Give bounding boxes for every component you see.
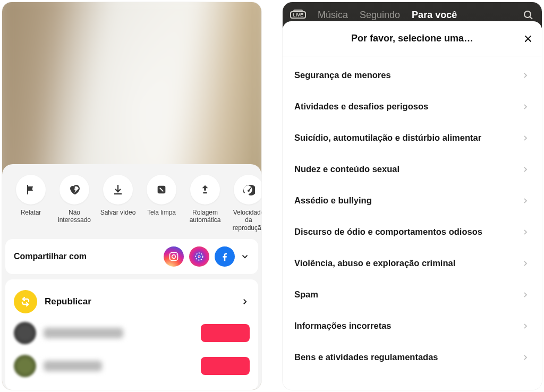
report-reason-item[interactable]: Nudez e conteúdo sexual — [283, 154, 542, 185]
report-reason-label: Violência, abuso e exploração criminal — [294, 258, 455, 268]
avatar — [14, 322, 36, 344]
nav-tab-music[interactable]: Música — [318, 10, 348, 21]
report-reason-item[interactable]: Violência, abuso e exploração criminal — [283, 248, 542, 279]
chevron-right-icon — [521, 290, 530, 300]
svg-point-4 — [172, 255, 176, 259]
report-reason-label: Assédio e bullying — [294, 195, 372, 206]
repost-row[interactable]: Republicar — [14, 287, 250, 317]
svg-rect-1 — [203, 192, 207, 193]
contact-name-redacted — [44, 328, 123, 338]
action-report[interactable]: Relatar — [12, 175, 50, 232]
report-reason-screen: LIVE Música Seguindo Para você Por favor… — [283, 2, 542, 390]
share-with-label: Compartilhar com — [14, 252, 158, 261]
action-label: Salvar vídeo — [100, 209, 136, 224]
share-instagram-story[interactable] — [189, 246, 209, 267]
download-icon — [112, 183, 124, 196]
action-not-interested[interactable]: Não interessado — [55, 175, 94, 232]
action-label: Não interessado — [58, 209, 91, 224]
contact-name-redacted — [44, 361, 102, 371]
flag-icon — [24, 183, 37, 196]
action-clear-display[interactable]: Tela limpa — [142, 175, 181, 232]
report-reason-label: Suicídio, automutilação e distúrbio alim… — [294, 133, 481, 143]
action-playback-speed[interactable]: Velocidade da reprodução — [230, 175, 261, 232]
report-reason-item[interactable]: Spam — [283, 279, 542, 310]
close-icon[interactable] — [523, 33, 533, 44]
svg-point-8 — [524, 11, 531, 18]
report-reason-label: Bens e atividades regulamentadas — [294, 352, 438, 362]
send-button[interactable] — [201, 324, 250, 342]
chevron-right-icon — [521, 259, 530, 268]
chevron-down-icon[interactable] — [240, 252, 250, 261]
contact-row[interactable] — [14, 317, 250, 350]
repost-label: Republicar — [45, 296, 233, 307]
chevron-right-icon — [521, 102, 530, 112]
chevron-right-icon — [521, 321, 530, 331]
svg-point-5 — [176, 254, 177, 255]
svg-rect-3 — [170, 253, 178, 261]
report-reason-item[interactable]: Informações incorretas — [283, 310, 542, 342]
share-with-card: Compartilhar com — [5, 239, 258, 274]
upload-pin-icon — [199, 184, 211, 195]
clear-screen-icon — [156, 184, 167, 195]
report-reason-item[interactable]: Assédio e bullying — [283, 185, 542, 216]
chevron-right-icon — [240, 297, 250, 306]
speed-icon — [242, 183, 255, 196]
report-reason-label: Spam — [294, 289, 318, 300]
chevron-right-icon — [521, 133, 530, 143]
chevron-right-icon — [521, 196, 530, 206]
action-save-video[interactable]: Salvar vídeo — [99, 175, 137, 232]
bottom-sheet: Relatar Não interessado Salvar vídeo Tel… — [2, 164, 261, 390]
report-reason-item[interactable]: Discurso de ódio e comportamentos odioso… — [283, 216, 542, 248]
action-auto-scroll[interactable]: Rolagem automática — [186, 175, 224, 232]
nav-tab-for-you[interactable]: Para você — [412, 10, 457, 21]
chevron-right-icon — [521, 353, 530, 362]
modal-header: Por favor, selecione uma… — [283, 21, 542, 56]
broken-heart-icon — [68, 183, 81, 196]
action-label: Relatar — [21, 209, 41, 224]
chevron-right-icon — [521, 71, 530, 80]
chevron-right-icon — [521, 165, 530, 174]
action-label: Velocidade da reprodução — [230, 209, 261, 232]
avatar — [14, 355, 36, 377]
report-reason-label: Nudez e conteúdo sexual — [294, 164, 400, 174]
modal-title: Por favor, selecione uma… — [351, 33, 473, 44]
report-reason-item[interactable]: Bens e atividades regulamentadas — [283, 342, 542, 373]
live-icon[interactable]: LIVE — [290, 11, 306, 19]
report-reason-item[interactable]: Segurança de menores — [283, 59, 542, 91]
report-reason-label: Segurança de menores — [294, 70, 391, 80]
action-row: Relatar Não interessado Salvar vídeo Tel… — [2, 173, 261, 239]
share-targets — [164, 246, 235, 267]
send-button[interactable] — [201, 357, 250, 375]
action-label: Tela limpa — [147, 209, 176, 224]
repost-icon — [14, 290, 37, 313]
nav-tab-following[interactable]: Seguindo — [360, 10, 400, 21]
search-icon[interactable] — [522, 8, 534, 21]
report-reason-label: Discurso de ódio e comportamentos odioso… — [294, 227, 482, 237]
report-reason-label: Informações incorretas — [294, 321, 391, 331]
reason-list: Segurança de menoresAtividades e desafio… — [283, 56, 542, 390]
repost-card: Republicar — [5, 279, 258, 390]
report-reason-item[interactable]: Atividades e desafios perigosos — [283, 91, 542, 122]
report-reason-label: Atividades e desafios perigosos — [294, 101, 428, 112]
report-modal: Por favor, selecione uma… Segurança de m… — [283, 21, 542, 390]
share-facebook[interactable] — [215, 246, 235, 267]
action-label: Rolagem automática — [190, 209, 221, 224]
share-instagram[interactable] — [164, 246, 184, 267]
share-sheet-screen: Relatar Não interessado Salvar vídeo Tel… — [2, 2, 261, 390]
contact-row[interactable] — [14, 350, 250, 382]
chevron-right-icon — [521, 227, 530, 237]
report-reason-item[interactable]: Suicídio, automutilação e distúrbio alim… — [283, 122, 542, 154]
